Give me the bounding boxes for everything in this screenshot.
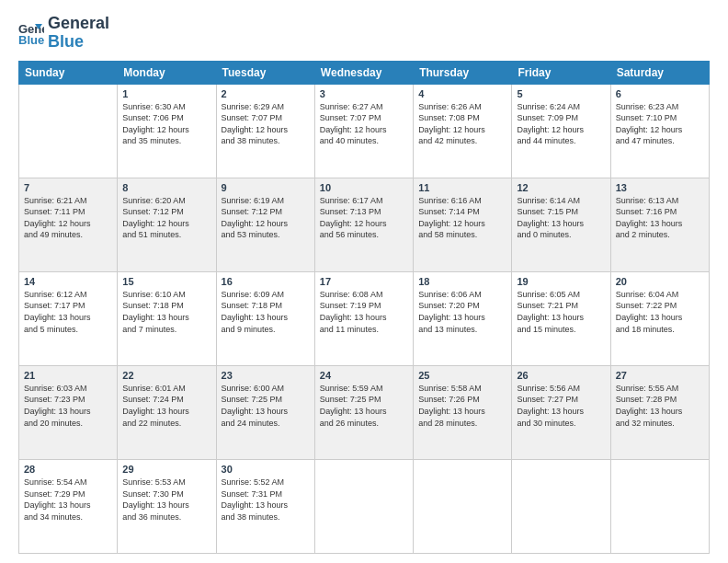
day-cell: 2Sunrise: 6:29 AM Sunset: 7:07 PM Daylig… [216, 84, 314, 178]
day-info: Sunrise: 6:30 AM Sunset: 7:06 PM Dayligh… [122, 101, 210, 147]
day-number: 22 [122, 370, 210, 381]
day-info: Sunrise: 5:53 AM Sunset: 7:30 PM Dayligh… [122, 477, 210, 523]
day-cell [19, 84, 118, 178]
day-info: Sunrise: 6:08 AM Sunset: 7:19 PM Dayligh… [320, 289, 408, 335]
day-number: 23 [222, 370, 310, 381]
day-number: 3 [320, 88, 408, 99]
day-number: 28 [24, 464, 112, 475]
day-cell: 5Sunrise: 6:24 AM Sunset: 7:09 PM Daylig… [512, 84, 610, 178]
day-cell: 3Sunrise: 6:27 AM Sunset: 7:07 PM Daylig… [314, 84, 413, 178]
weekday-header-tuesday: Tuesday [216, 61, 314, 84]
week-row-5: 28Sunrise: 5:54 AM Sunset: 7:29 PM Dayli… [19, 459, 710, 553]
logo-text: General Blue [48, 15, 109, 52]
page: General Blue General Blue SundayMondayTu… [0, 0, 728, 563]
week-row-4: 21Sunrise: 6:03 AM Sunset: 7:23 PM Dayli… [19, 365, 710, 459]
day-cell: 23Sunrise: 6:00 AM Sunset: 7:25 PM Dayli… [216, 365, 314, 459]
day-cell [512, 459, 610, 553]
day-info: Sunrise: 6:05 AM Sunset: 7:21 PM Dayligh… [517, 289, 605, 335]
day-cell: 25Sunrise: 5:58 AM Sunset: 7:26 PM Dayli… [414, 365, 512, 459]
day-cell [610, 459, 709, 553]
day-info: Sunrise: 6:09 AM Sunset: 7:18 PM Dayligh… [222, 289, 310, 335]
day-cell: 6Sunrise: 6:23 AM Sunset: 7:10 PM Daylig… [610, 84, 709, 178]
day-number: 10 [320, 182, 408, 193]
day-cell: 30Sunrise: 5:52 AM Sunset: 7:31 PM Dayli… [216, 459, 314, 553]
day-info: Sunrise: 6:06 AM Sunset: 7:20 PM Dayligh… [418, 289, 506, 335]
day-number: 20 [616, 276, 704, 287]
day-cell: 14Sunrise: 6:12 AM Sunset: 7:17 PM Dayli… [19, 271, 118, 365]
day-number: 19 [517, 276, 605, 287]
day-info: Sunrise: 6:00 AM Sunset: 7:25 PM Dayligh… [222, 383, 310, 429]
weekday-header-row: SundayMondayTuesdayWednesdayThursdayFrid… [19, 61, 710, 84]
day-info: Sunrise: 5:55 AM Sunset: 7:28 PM Dayligh… [616, 383, 704, 429]
day-cell [414, 459, 512, 553]
day-info: Sunrise: 6:20 AM Sunset: 7:12 PM Dayligh… [122, 195, 210, 241]
day-cell: 4Sunrise: 6:26 AM Sunset: 7:08 PM Daylig… [414, 84, 512, 178]
day-cell: 21Sunrise: 6:03 AM Sunset: 7:23 PM Dayli… [19, 365, 118, 459]
day-cell: 12Sunrise: 6:14 AM Sunset: 7:15 PM Dayli… [512, 178, 610, 271]
day-info: Sunrise: 5:52 AM Sunset: 7:31 PM Dayligh… [222, 477, 310, 523]
day-number: 13 [616, 182, 704, 193]
day-number: 4 [418, 88, 506, 99]
day-number: 17 [320, 276, 408, 287]
day-info: Sunrise: 6:03 AM Sunset: 7:23 PM Dayligh… [24, 383, 112, 429]
day-number: 6 [616, 88, 704, 99]
day-info: Sunrise: 5:56 AM Sunset: 7:27 PM Dayligh… [517, 383, 605, 429]
day-cell: 18Sunrise: 6:06 AM Sunset: 7:20 PM Dayli… [414, 271, 512, 365]
day-number: 1 [122, 88, 210, 99]
day-info: Sunrise: 6:16 AM Sunset: 7:14 PM Dayligh… [418, 195, 506, 241]
week-row-1: 1Sunrise: 6:30 AM Sunset: 7:06 PM Daylig… [19, 84, 710, 178]
header: General Blue General Blue [18, 15, 710, 52]
day-cell: 17Sunrise: 6:08 AM Sunset: 7:19 PM Dayli… [314, 271, 413, 365]
day-cell: 7Sunrise: 6:21 AM Sunset: 7:11 PM Daylig… [19, 178, 118, 271]
weekday-header-saturday: Saturday [610, 61, 709, 84]
day-number: 24 [320, 370, 408, 381]
week-row-2: 7Sunrise: 6:21 AM Sunset: 7:11 PM Daylig… [19, 178, 710, 271]
day-cell: 16Sunrise: 6:09 AM Sunset: 7:18 PM Dayli… [216, 271, 314, 365]
day-cell: 27Sunrise: 5:55 AM Sunset: 7:28 PM Dayli… [610, 365, 709, 459]
week-row-3: 14Sunrise: 6:12 AM Sunset: 7:17 PM Dayli… [19, 271, 710, 365]
logo: General Blue General Blue [18, 15, 109, 52]
day-cell: 15Sunrise: 6:10 AM Sunset: 7:18 PM Dayli… [118, 271, 216, 365]
day-number: 2 [222, 88, 310, 99]
weekday-header-thursday: Thursday [414, 61, 512, 84]
day-number: 5 [517, 88, 605, 99]
day-cell: 22Sunrise: 6:01 AM Sunset: 7:24 PM Dayli… [118, 365, 216, 459]
day-info: Sunrise: 6:21 AM Sunset: 7:11 PM Dayligh… [24, 195, 112, 241]
day-cell: 1Sunrise: 6:30 AM Sunset: 7:06 PM Daylig… [118, 84, 216, 178]
day-info: Sunrise: 5:58 AM Sunset: 7:26 PM Dayligh… [418, 383, 506, 429]
day-number: 9 [222, 182, 310, 193]
day-info: Sunrise: 6:24 AM Sunset: 7:09 PM Dayligh… [517, 101, 605, 147]
day-info: Sunrise: 6:13 AM Sunset: 7:16 PM Dayligh… [616, 195, 704, 241]
day-info: Sunrise: 5:59 AM Sunset: 7:25 PM Dayligh… [320, 383, 408, 429]
day-info: Sunrise: 6:19 AM Sunset: 7:12 PM Dayligh… [222, 195, 310, 241]
day-cell: 13Sunrise: 6:13 AM Sunset: 7:16 PM Dayli… [610, 178, 709, 271]
day-cell: 28Sunrise: 5:54 AM Sunset: 7:29 PM Dayli… [19, 459, 118, 553]
day-number: 29 [122, 464, 210, 475]
day-cell: 29Sunrise: 5:53 AM Sunset: 7:30 PM Dayli… [118, 459, 216, 553]
day-cell: 20Sunrise: 6:04 AM Sunset: 7:22 PM Dayli… [610, 271, 709, 365]
logo-icon: General Blue [18, 20, 44, 46]
day-number: 15 [122, 276, 210, 287]
day-info: Sunrise: 5:54 AM Sunset: 7:29 PM Dayligh… [24, 477, 112, 523]
day-cell: 24Sunrise: 5:59 AM Sunset: 7:25 PM Dayli… [314, 365, 413, 459]
day-info: Sunrise: 6:27 AM Sunset: 7:07 PM Dayligh… [320, 101, 408, 147]
weekday-header-monday: Monday [118, 61, 216, 84]
day-info: Sunrise: 6:04 AM Sunset: 7:22 PM Dayligh… [616, 289, 704, 335]
day-number: 25 [418, 370, 506, 381]
day-info: Sunrise: 6:01 AM Sunset: 7:24 PM Dayligh… [122, 383, 210, 429]
day-info: Sunrise: 6:23 AM Sunset: 7:10 PM Dayligh… [616, 101, 704, 147]
day-info: Sunrise: 6:12 AM Sunset: 7:17 PM Dayligh… [24, 289, 112, 335]
day-info: Sunrise: 6:17 AM Sunset: 7:13 PM Dayligh… [320, 195, 408, 241]
weekday-header-sunday: Sunday [19, 61, 118, 84]
day-number: 18 [418, 276, 506, 287]
day-cell [314, 459, 413, 553]
calendar-table: SundayMondayTuesdayWednesdayThursdayFrid… [18, 61, 710, 554]
day-number: 12 [517, 182, 605, 193]
day-number: 14 [24, 276, 112, 287]
weekday-header-wednesday: Wednesday [314, 61, 413, 84]
day-cell: 26Sunrise: 5:56 AM Sunset: 7:27 PM Dayli… [512, 365, 610, 459]
day-number: 21 [24, 370, 112, 381]
day-info: Sunrise: 6:14 AM Sunset: 7:15 PM Dayligh… [517, 195, 605, 241]
day-cell: 10Sunrise: 6:17 AM Sunset: 7:13 PM Dayli… [314, 178, 413, 271]
day-number: 7 [24, 182, 112, 193]
